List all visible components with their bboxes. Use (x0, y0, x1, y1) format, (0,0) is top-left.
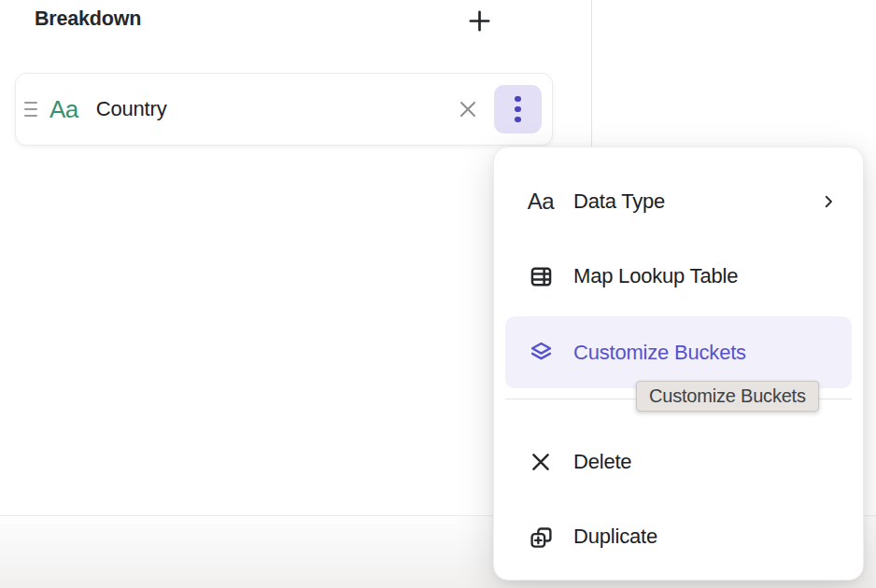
text-type-icon: Aa (526, 189, 556, 215)
menu-item-delete[interactable]: Delete (494, 425, 863, 499)
menu-item-map-lookup-table[interactable]: Map Lookup Table (494, 239, 863, 314)
menu-item-customize-buckets[interactable]: Customize Buckets (505, 316, 852, 388)
menu-item-data-type[interactable]: Aa Data Type (494, 164, 863, 239)
customize-buckets-tooltip: Customize Buckets (636, 381, 819, 412)
menu-item-label: Delete (573, 450, 631, 474)
field-type-badge: Aa (49, 95, 78, 124)
add-breakdown-button[interactable] (460, 2, 498, 39)
field-menu-button[interactable] (494, 85, 542, 133)
menu-item-label: Duplicate (573, 525, 657, 549)
field-name: Country (96, 97, 167, 121)
drag-handle-icon[interactable] (21, 102, 41, 117)
duplicate-icon (526, 525, 556, 550)
menu-item-label: Customize Buckets (573, 341, 746, 365)
table-icon (526, 264, 556, 289)
kebab-icon (515, 96, 520, 122)
menu-item-label: Map Lookup Table (573, 264, 738, 288)
menu-item-label: Data Type (573, 189, 665, 214)
menu-item-duplicate[interactable]: Duplicate (494, 499, 863, 574)
remove-field-button[interactable] (451, 92, 485, 126)
breakdown-field-card[interactable]: Aa Country (15, 73, 553, 146)
plus-icon (466, 7, 493, 35)
chevron-right-icon (820, 191, 837, 212)
x-icon (526, 450, 556, 474)
page-title: Breakdown (35, 7, 141, 31)
close-icon (457, 98, 479, 120)
stack-icon (526, 340, 556, 365)
field-context-menu: Aa Data Type Map Lookup Table Customize … (493, 147, 864, 581)
